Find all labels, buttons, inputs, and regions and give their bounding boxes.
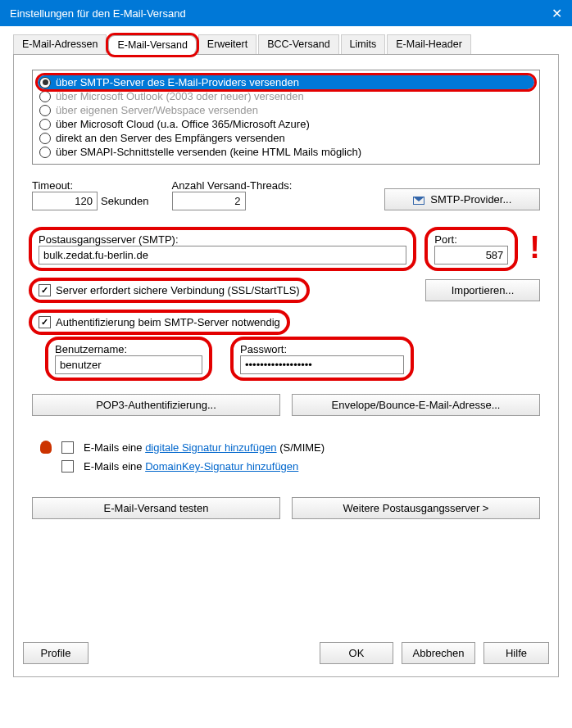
send-method-radio-4[interactable]: direkt an den Server des Empfängers vers…	[38, 131, 534, 145]
profile-button[interactable]: Profile	[23, 642, 89, 664]
threads-label: Anzahl Versand-Threads:	[172, 179, 293, 192]
send-method-radio-1[interactable]: über Microsoft Outlook (2003 oder neuer)…	[38, 89, 534, 103]
password-label: Passwort:	[240, 343, 404, 355]
smtp-server-group: Postausgangsserver (SMTP):	[32, 230, 413, 268]
port-label: Port:	[434, 233, 508, 246]
timeout-label: Timeout:	[32, 179, 149, 192]
pop3-auth-button[interactable]: POP3-Authentifizierung...	[32, 394, 280, 416]
tab-panel: über SMTP-Server des E-Mail-Providers ve…	[13, 55, 559, 677]
send-method-group: über SMTP-Server des E-Mail-Providers ve…	[32, 70, 540, 165]
port-input[interactable]	[434, 246, 508, 265]
tab-bar: E-Mail-AdressenE-Mail-VersandErweitertBC…	[13, 34, 559, 55]
domainkey-label: E-Mails eine DomainKey-Signatur hinzufüg…	[84, 460, 298, 473]
window-title: Einstellungen für den E-Mail-Versand	[10, 7, 186, 20]
smtp-provider-button[interactable]: SMTP-Provider...	[384, 188, 540, 210]
ok-button[interactable]: OK	[320, 642, 393, 664]
tab-e-mail-header[interactable]: E-Mail-Header	[387, 34, 471, 54]
timeout-input[interactable]	[32, 192, 98, 210]
send-method-radio-2[interactable]: über eigenen Server/Webspace versenden	[38, 103, 534, 117]
import-button[interactable]: Importieren...	[425, 279, 540, 301]
ssl-checkbox[interactable]: ✓	[39, 284, 51, 296]
auth-group[interactable]: ✓ Authentifizierung beim SMTP-Server not…	[32, 313, 287, 332]
send-method-radio-3[interactable]: über Microsoft Cloud (u.a. Office 365/Mi…	[38, 117, 534, 131]
dialog-footer: Profile OK Abbrechen Hilfe	[23, 642, 549, 664]
close-icon[interactable]: ✕	[552, 6, 562, 21]
envelope-icon	[413, 197, 424, 205]
ribbon-icon	[40, 441, 52, 454]
send-method-radio-5[interactable]: über SMAPI-Schnittstelle versenden (kein…	[38, 145, 534, 159]
cancel-button[interactable]: Abbrechen	[402, 642, 475, 664]
threads-input[interactable]	[172, 192, 246, 210]
port-group: Port:	[428, 230, 515, 268]
password-input[interactable]	[240, 355, 404, 374]
smime-link[interactable]: digitale Signatur hinzufügen	[145, 441, 276, 454]
username-group: Benutzername:	[48, 340, 209, 378]
domainkey-checkbox[interactable]	[61, 460, 74, 473]
timeout-group: Timeout: Sekunden	[32, 179, 149, 210]
smime-checkbox[interactable]	[61, 441, 74, 454]
threads-group: Anzahl Versand-Threads:	[172, 179, 293, 210]
send-method-radio-0[interactable]: über SMTP-Server des E-Mail-Providers ve…	[38, 75, 534, 89]
more-servers-button[interactable]: Weitere Postausgangsserver >	[292, 497, 540, 519]
tab-bcc-versand[interactable]: BCC-Versand	[258, 34, 338, 54]
password-group: Passwort:	[234, 340, 411, 378]
timeout-unit: Sekunden	[101, 195, 149, 207]
envelope-address-button[interactable]: Envelope/Bounce-E-Mail-Adresse...	[292, 394, 540, 416]
help-button[interactable]: Hilfe	[483, 642, 549, 664]
test-send-button[interactable]: E-Mail-Versand testen	[32, 497, 280, 519]
tab-e-mail-adressen[interactable]: E-Mail-Adressen	[13, 34, 107, 54]
domainkey-link[interactable]: DomainKey-Signatur hinzufügen	[145, 460, 298, 473]
username-input[interactable]	[55, 355, 202, 374]
ssl-group[interactable]: ✓ Server erfordert sichere Verbindung (S…	[32, 281, 306, 300]
auth-label: Authentifizierung beim SMTP-Server notwe…	[56, 316, 280, 328]
smime-label: E-Mails eine digitale Signatur hinzufüge…	[84, 441, 325, 454]
ssl-label: Server erfordert sichere Verbindung (SSL…	[56, 284, 300, 296]
tab-limits[interactable]: Limits	[341, 34, 386, 54]
smtp-input[interactable]	[39, 246, 406, 265]
username-label: Benutzername:	[55, 343, 202, 355]
exclamation-icon: !	[529, 230, 540, 265]
titlebar: Einstellungen für den E-Mail-Versand ✕	[0, 0, 572, 26]
tab-erweitert[interactable]: Erweitert	[198, 34, 256, 54]
tab-e-mail-versand[interactable]: E-Mail-Versand	[108, 35, 196, 55]
smtp-label: Postausgangsserver (SMTP):	[39, 233, 406, 246]
auth-checkbox[interactable]: ✓	[39, 316, 51, 328]
